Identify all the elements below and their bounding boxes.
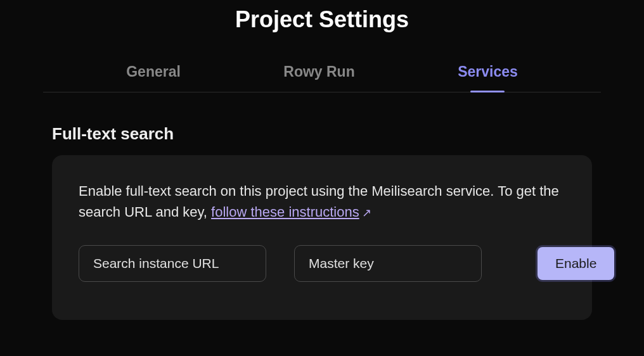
- external-link-icon: ↗: [362, 205, 371, 222]
- section-title: Full-text search: [52, 124, 592, 144]
- form-row: Enable: [79, 245, 565, 282]
- card-description: Enable full-text search on this project …: [79, 181, 565, 222]
- enable-button[interactable]: Enable: [538, 247, 614, 280]
- tab-services[interactable]: Services: [458, 63, 518, 92]
- master-key-input[interactable]: [294, 245, 482, 282]
- section-full-text-search: Full-text search Enable full-text search…: [43, 124, 601, 320]
- tabs-container: General Rowy Run Services: [43, 63, 601, 92]
- tab-rowy-run[interactable]: Rowy Run: [283, 63, 354, 92]
- page-title: Project Settings: [0, 0, 644, 39]
- tab-general[interactable]: General: [126, 63, 181, 92]
- search-instance-url-input[interactable]: [79, 245, 266, 282]
- settings-card: Enable full-text search on this project …: [52, 155, 592, 320]
- instructions-link[interactable]: follow these instructions↗: [211, 204, 371, 220]
- instructions-link-text: follow these instructions: [211, 204, 359, 220]
